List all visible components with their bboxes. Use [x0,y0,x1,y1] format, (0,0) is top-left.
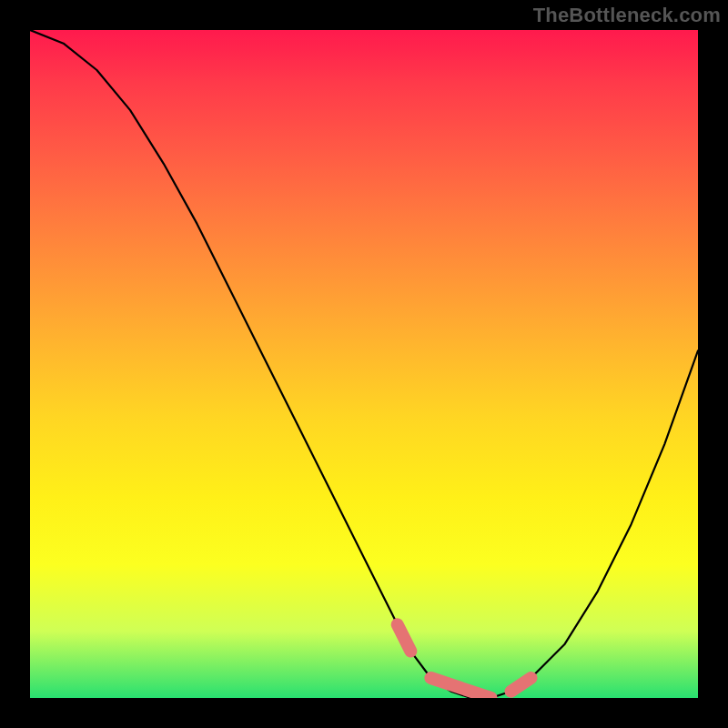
chart-frame: TheBottleneck.com [0,0,728,728]
highlight-segment-0 [398,624,411,651]
highlight-segment-2 [511,678,531,692]
watermark-text: TheBottleneck.com [533,4,721,27]
bottleneck-curve [30,30,698,698]
plot-area [30,30,698,698]
bottleneck-curve-svg [30,30,698,698]
